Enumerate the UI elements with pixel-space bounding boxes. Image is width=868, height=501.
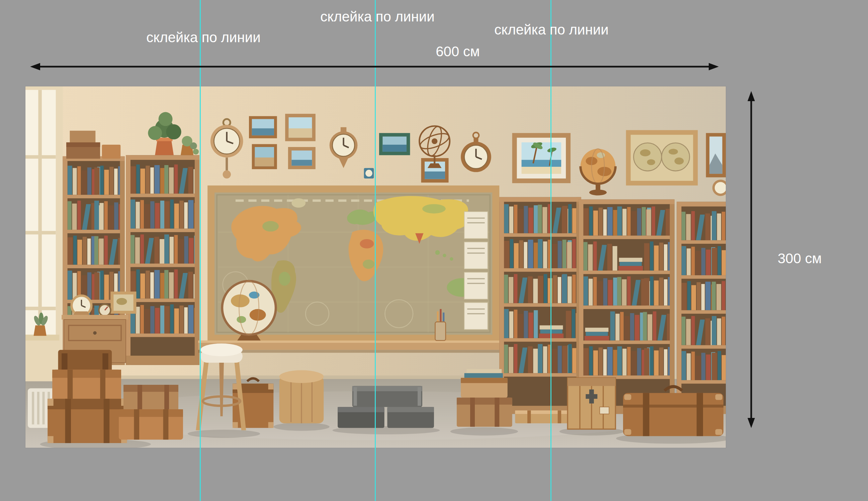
edge-frame	[706, 133, 726, 177]
bookcase-left-b	[126, 155, 199, 365]
antique-map-frame	[626, 130, 698, 185]
width-dimension-arrow	[30, 62, 719, 72]
round-ottoman	[279, 370, 324, 423]
seascape-frame-1	[249, 116, 277, 138]
bookcase-right-c	[677, 202, 726, 414]
chalk-ledge	[198, 341, 513, 353]
large-suitcase	[623, 386, 723, 436]
width-dimension-label: 600 см	[436, 44, 480, 60]
seam-line-1	[200, 0, 201, 501]
seascape-frame-3	[252, 144, 277, 169]
palm-beach-frame	[512, 133, 571, 183]
vintage-trunk-stack-left-2	[119, 385, 183, 440]
small-wall-clock	[713, 181, 726, 195]
small-blue-clock	[364, 168, 374, 179]
seam-label-1: склейка по линии	[146, 30, 260, 45]
seascape-frame-4	[288, 147, 316, 169]
seam-line-3	[550, 0, 551, 501]
height-dimension-arrow	[746, 90, 756, 429]
seam-line-2	[375, 0, 376, 501]
seascape-frame-5	[379, 133, 410, 155]
window	[25, 86, 63, 382]
seam-label-3: склейка по линии	[494, 22, 608, 38]
seascape-frame-2	[285, 114, 316, 141]
low-plank	[515, 411, 573, 423]
mural-layout-canvas: склейка по линии склейка по линии склейк…	[0, 0, 868, 501]
wooden-crate	[568, 378, 615, 429]
seam-label-2: склейка по линии	[320, 9, 434, 25]
greenland	[292, 198, 306, 207]
height-dimension-label: 300 см	[778, 250, 822, 267]
